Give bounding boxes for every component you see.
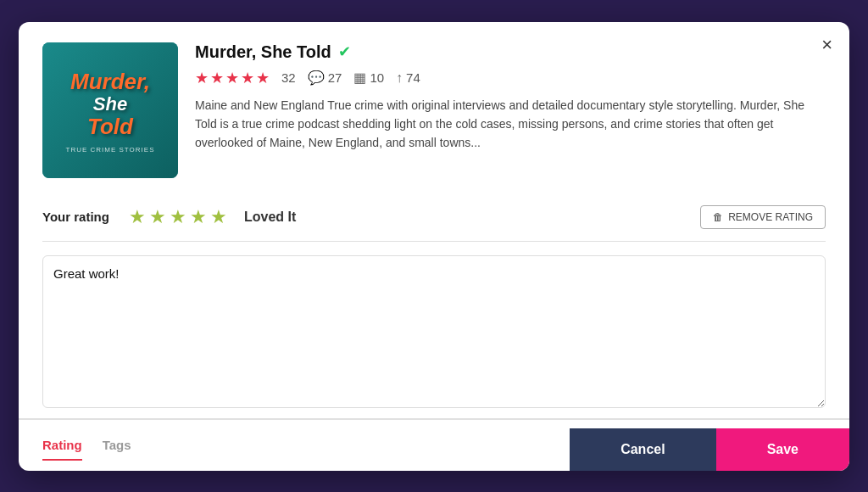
rating-section: Your rating ★ ★ ★ ★ ★ Loved It 🗑 REMOVE … (42, 193, 826, 242)
user-rating-stars[interactable]: ★ ★ ★ ★ ★ (129, 206, 227, 228)
verified-icon: ✔ (338, 42, 351, 61)
episodes-icon: ▦ (353, 70, 366, 86)
podcast-info: Murder, She Told ✔ ★ ★ ★ ★ ★ 32 (195, 42, 826, 178)
comment-icon: 💬 (308, 70, 325, 86)
podcast-stats: ★ ★ ★ ★ ★ 32 💬 27 (195, 69, 826, 87)
star-4: ★ (241, 69, 254, 87)
rating-text-label: Loved It (244, 210, 296, 225)
podcast-title-row: Murder, She Told ✔ (195, 42, 826, 62)
modal-footer: Rating Tags Cancel Save (19, 418, 849, 471)
star-2: ★ (210, 69, 224, 87)
listeners-count: 74 (406, 70, 420, 85)
episodes-count: 10 (370, 70, 384, 85)
review-textarea[interactable]: Great work! (42, 255, 826, 408)
user-star-1[interactable]: ★ (129, 206, 146, 228)
footer-tabs: Rating Tags (19, 438, 131, 461)
podcast-artwork: Murder, She Told TRUE CRIME STORIES (42, 42, 178, 178)
user-star-5[interactable]: ★ (210, 206, 227, 228)
user-star-2[interactable]: ★ (149, 206, 166, 228)
star-3: ★ (225, 69, 239, 87)
podcast-description: Maine and New England True crime with or… (195, 96, 826, 153)
artwork-title-line2: She (70, 94, 150, 115)
rating-count-value: 32 (281, 70, 296, 85)
modal-body: Murder, She Told TRUE CRIME STORIES Murd… (19, 22, 849, 411)
user-star-3[interactable]: ★ (170, 206, 186, 228)
remove-rating-button[interactable]: 🗑 REMOVE RATING (700, 205, 826, 229)
comment-stat: 💬 27 (308, 70, 342, 86)
user-star-4[interactable]: ★ (190, 206, 207, 228)
star-1: ★ (195, 69, 209, 87)
podcast-stars: ★ ★ ★ ★ ★ (195, 69, 270, 87)
cancel-button[interactable]: Cancel (570, 428, 715, 471)
artwork-title-line3: Told (70, 115, 150, 139)
artwork-title-line1: Murder, (70, 70, 150, 94)
listeners-icon: ↑ (396, 70, 403, 86)
podcast-title: Murder, She Told (195, 42, 331, 62)
podcast-header: Murder, She Told TRUE CRIME STORIES Murd… (42, 42, 826, 178)
comment-count: 27 (328, 70, 342, 85)
footer-actions: Cancel Save (570, 428, 849, 471)
trash-icon: 🗑 (713, 211, 723, 223)
episodes-stat: ▦ 10 (353, 70, 384, 86)
review-area: Great work! (42, 242, 826, 411)
star-5: ★ (256, 69, 270, 87)
close-button[interactable]: × (821, 36, 832, 54)
tab-tags[interactable]: Tags (103, 438, 131, 461)
listeners-stat: ↑ 74 (396, 70, 420, 86)
artwork-subtitle: TRUE CRIME STORIES (66, 146, 155, 154)
review-modal: × Murder, She Told TRUE CRIME STORIES (19, 22, 849, 471)
rating-count: 32 (281, 70, 296, 85)
tab-rating[interactable]: Rating (42, 438, 82, 461)
modal-overlay: × Murder, She Told TRUE CRIME STORIES (0, 0, 868, 492)
save-button[interactable]: Save (716, 428, 849, 471)
remove-rating-label: REMOVE RATING (728, 211, 813, 223)
your-rating-label: Your rating (42, 210, 119, 224)
